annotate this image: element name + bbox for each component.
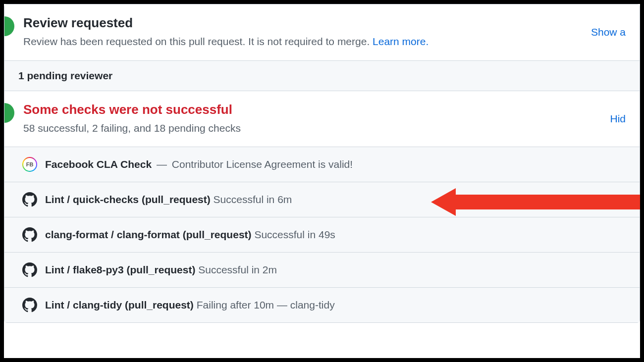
check-text: Lint / quick-checks (pull_request) Succe… xyxy=(45,194,292,206)
status-indicator-green-icon xyxy=(4,16,14,36)
github-icon xyxy=(22,227,37,242)
github-icon xyxy=(22,262,37,277)
show-reviewers-button[interactable]: Show a xyxy=(591,26,626,38)
review-section: Review requested Review has been request… xyxy=(4,4,640,61)
github-icon xyxy=(22,298,37,312)
review-desc-text: Review has been requested on this pull r… xyxy=(23,36,370,47)
check-text: Lint / clang-tidy (pull_request) Failing… xyxy=(45,299,335,311)
check-name: clang-format / clang-format (pull_reques… xyxy=(45,229,252,240)
checks-summary-section: Some checks were not successful 58 succe… xyxy=(4,91,640,148)
check-text: clang-format / clang-format (pull_reques… xyxy=(45,229,335,241)
check-name: Facebook CLA Check xyxy=(45,158,152,170)
check-detail: Contributor License Agreement is valid! xyxy=(172,158,353,170)
checks-summary-body: Some checks were not successful 58 succe… xyxy=(23,102,601,136)
hide-checks-button[interactable]: Hid xyxy=(610,113,626,125)
check-row[interactable]: Lint / clang-tidy (pull_request) Failing… xyxy=(4,288,640,322)
review-title: Review requested xyxy=(23,15,582,31)
facebook-icon: FB xyxy=(22,157,37,172)
check-detail: Failing after 10m — clang-tidy xyxy=(197,299,335,310)
check-separator: — xyxy=(154,158,170,170)
check-row[interactable]: clang-format / clang-format (pull_reques… xyxy=(4,217,640,253)
github-icon xyxy=(22,192,37,207)
learn-more-link[interactable]: Learn more. xyxy=(373,36,429,47)
check-detail: Successful in 6m xyxy=(214,194,292,205)
status-indicator-green-icon xyxy=(4,103,14,123)
check-row[interactable]: Lint / quick-checks (pull_request) Succe… xyxy=(4,182,640,217)
checks-subtitle: 58 successful, 2 failing, and 18 pending… xyxy=(23,120,601,136)
pending-reviewer-text: 1 pending reviewer xyxy=(18,70,112,81)
check-detail: Successful in 49s xyxy=(254,229,335,240)
checks-list: FBFacebook CLA Check — Contributor Licen… xyxy=(4,147,640,322)
check-detail: Successful in 2m xyxy=(198,264,277,275)
review-description: Review has been requested on this pull r… xyxy=(23,34,582,50)
check-row[interactable]: FBFacebook CLA Check — Contributor Licen… xyxy=(4,147,640,182)
review-body: Review requested Review has been request… xyxy=(23,15,582,50)
check-text: Facebook CLA Check — Contributor License… xyxy=(45,158,353,170)
checks-title: Some checks were not successful xyxy=(23,102,601,117)
check-row[interactable]: Lint / flake8-py3 (pull_request) Success… xyxy=(4,253,640,288)
check-text: Lint / flake8-py3 (pull_request) Success… xyxy=(45,264,277,276)
check-name: Lint / quick-checks (pull_request) xyxy=(45,194,211,205)
check-name: Lint / flake8-py3 (pull_request) xyxy=(45,264,195,275)
pending-reviewer-row[interactable]: 1 pending reviewer xyxy=(4,61,640,91)
merge-status-panel: Review requested Review has been request… xyxy=(4,4,640,323)
check-name: Lint / clang-tidy (pull_request) xyxy=(45,299,194,310)
